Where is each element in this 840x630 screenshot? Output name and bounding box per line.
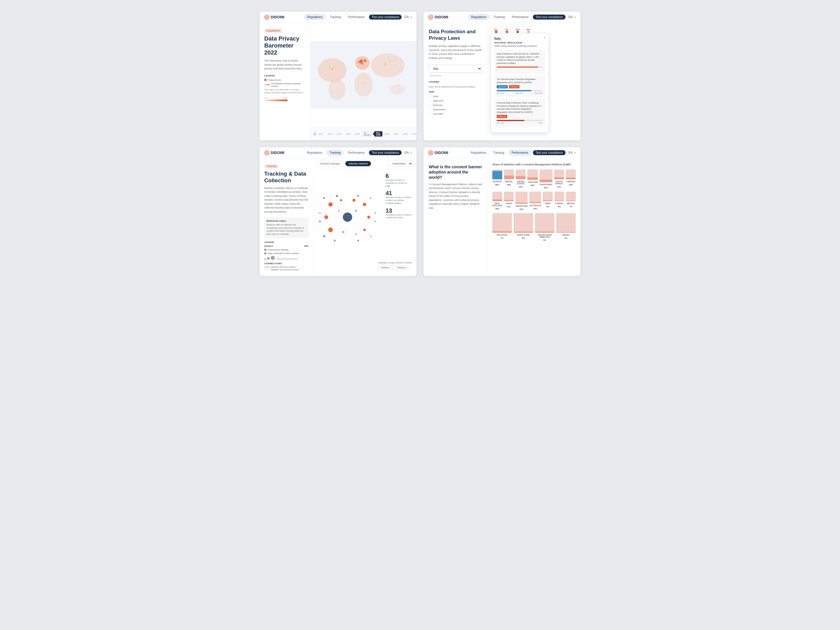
svg-point-28 [266, 152, 267, 153]
cmp-pct-value: 10% [519, 208, 524, 210]
gradient-many: many [283, 97, 287, 99]
popup-title: Italy [494, 37, 545, 40]
cmp-cell-brazil: BRAZIL38% [504, 169, 514, 189]
world-map-svg [311, 23, 417, 127]
cmp-cell-israel: ISRAEL2% [556, 213, 576, 241]
cmp-bar-bg [492, 213, 512, 233]
cmp-bar-fill [516, 176, 526, 179]
cmp-bar-container [543, 192, 553, 202]
cmp-bar-container [554, 169, 564, 179]
gradient-labels: few many [264, 97, 287, 99]
cmp-row1: EUROPE86%BRAZIL38%UNITED STATES33%THAILA… [492, 169, 576, 189]
logo-text: DIDOMI [271, 15, 284, 19]
country-selector[interactable]: Italy [429, 65, 482, 73]
gray-node-8 [374, 221, 376, 222]
play-button[interactable]: ▶ [314, 131, 316, 136]
nav-regulations-3[interactable]: Regulations [304, 150, 325, 155]
node-3 [324, 215, 328, 219]
country-bgr: BGR [513, 28, 523, 33]
world-map: ▶ 2012 2013 2014 2015 2016 13 Events Ma [311, 23, 417, 140]
nav-regulations-2[interactable]: Regulations [468, 14, 489, 20]
industry-dropdown[interactable]: Automotive [388, 161, 413, 167]
cmp-country-name: MALAYSIA [497, 234, 507, 236]
gray-node-3 [370, 197, 371, 199]
vendor-gray: Only connected to other vendors [264, 252, 309, 255]
logo-4: DIDOMI [428, 150, 448, 155]
nav-performance-1[interactable]: Performance [345, 14, 367, 19]
tracking-title: Tracking & Data Collection [264, 171, 309, 184]
cmp-pct-value: 8% [558, 205, 561, 208]
nav-cta-2[interactable]: Test your compliance [533, 14, 565, 19]
main-grid: DIDOMI Regulations Tracking Performance … [260, 12, 580, 276]
cmp-bar-fill [492, 171, 502, 179]
cmp-country-name: TURKEY [555, 202, 564, 204]
law-3-timeline: Apr 2018 2021 [497, 120, 543, 124]
nav-lang-4: EN [568, 151, 573, 154]
cmp-bar-fill [543, 201, 553, 201]
law-1-fill [497, 66, 538, 68]
nav-performance-3[interactable]: Performance [345, 150, 367, 155]
connections-label: Amount of connections [277, 258, 297, 260]
nav-tracking-4[interactable]: Tracking [491, 150, 507, 155]
stat-41: 41 [385, 190, 412, 196]
svg-point-16 [384, 63, 386, 65]
legend-item-policy: Policy Event [264, 79, 306, 81]
nav-regulations-4[interactable]: Regulations [468, 150, 489, 155]
law3-enforced-badge: Enforced [497, 115, 507, 118]
law-3-name: Personal Data Protection Code: Containin… [497, 101, 543, 114]
nav-cta-4[interactable]: Test your compliance [533, 150, 565, 155]
popup-reg-value: Italian data protection authority (Garan… [494, 45, 545, 47]
panel1-body: Regulations Data Privacy Barometer 2022 … [260, 23, 417, 140]
cmp-pct-value: 19% [569, 184, 573, 186]
nav-tracking-2[interactable]: Tracking [491, 14, 507, 19]
state-amended-label: Amended [433, 112, 443, 115]
cmp-bar-container [492, 192, 502, 202]
logo-2: DIDOMI [428, 14, 448, 20]
year-2014: 2014 [337, 133, 341, 135]
nav-chevron-3: ▾ [411, 152, 412, 154]
enforced-arrow: → [429, 104, 432, 107]
nav-cta-1[interactable]: Test your compliance [369, 14, 402, 19]
law-2-badges: Approved Enforced [497, 85, 543, 88]
nav-performance-2[interactable]: Performance [509, 14, 531, 19]
cmp-bar-fill [529, 202, 541, 203]
cmp-row2: NEW ZEALAND18%JAPAN13%SINGAPORE10%AUSTRA… [492, 192, 576, 210]
cmp-bar-bg [566, 192, 576, 202]
cmp-bar-fill [554, 201, 564, 202]
tab-industry-net[interactable]: Industry network [345, 161, 371, 166]
law-1-timeline: → [497, 66, 543, 71]
nav-regulations-1[interactable]: Regulations [304, 14, 325, 20]
year-2023: 2023 [412, 133, 417, 135]
p2-scroll: × Italy NATIONAL REGULATOR Italian data … [488, 23, 580, 140]
cmp-country-name: EUROPE [493, 180, 502, 183]
nav-cta-3[interactable]: Test your compliance [369, 150, 402, 155]
law-2-date3: May 2018 [534, 92, 543, 95]
network-controls: Industry average Industry network Automo… [314, 158, 417, 169]
law-3-date1: Apr 2018 [497, 122, 504, 124]
country-rut: RUT [491, 28, 501, 33]
website-btn-1[interactable]: Website 1 [378, 265, 393, 270]
cmp-bar-container [566, 169, 576, 179]
navbar-2: DIDOMI Regulations Tracking Performance … [423, 12, 580, 23]
nav-tracking-3[interactable]: Tracking [327, 150, 344, 155]
cmp-bar-bg [543, 192, 553, 202]
cmp-pct-value: 5% [543, 239, 546, 241]
conn-first-level: Between first level vendors [264, 266, 309, 268]
cmp-country-name: ISRAEL [562, 234, 570, 236]
website-btn-2[interactable]: Website 2 [394, 265, 409, 270]
tab-industry-avg[interactable]: Industry average [317, 161, 343, 166]
law-3-date2: 2021 [539, 122, 543, 124]
cmp-bar-container [492, 169, 502, 179]
logo-text-2: DIDOMI [434, 15, 448, 19]
nav-tracking-1[interactable]: Tracking [327, 14, 344, 19]
popup-close[interactable]: × [544, 36, 546, 39]
cmp-bar-bg [514, 213, 533, 233]
panel-tracking: DIDOMI Regulations Tracking Performance … [260, 147, 417, 276]
cmp-pct-value: 7% [569, 205, 572, 208]
legend-dot-orange [264, 79, 267, 81]
nav-performance-4[interactable]: Performance [508, 150, 531, 155]
law-3-fill [497, 120, 524, 121]
p2-legend-subtitle: Each arrow represents a policy and its s… [429, 85, 482, 88]
law-1-bar [497, 66, 543, 68]
cmp-bar-fill [535, 232, 554, 232]
